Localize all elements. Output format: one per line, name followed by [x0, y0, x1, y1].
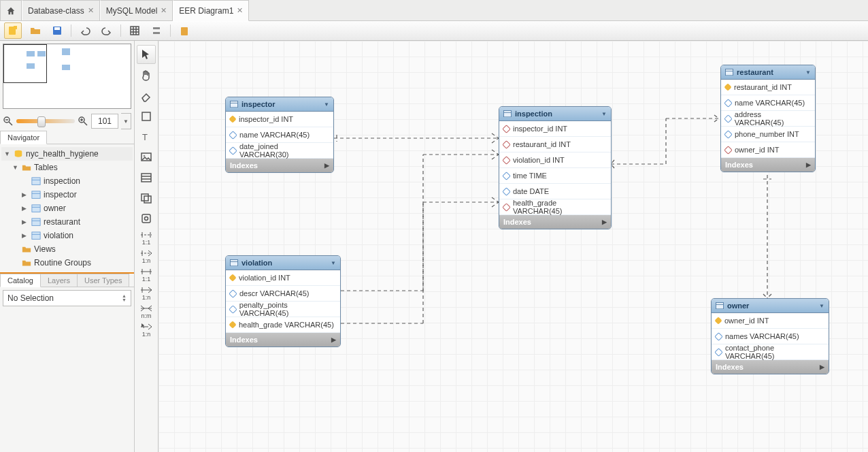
- rel-n-m-tool[interactable]: n:m: [140, 304, 152, 319]
- rel-1-1-nonid-tool[interactable]: 1:1: [140, 230, 152, 246]
- column-row[interactable]: restaurant_id INT: [721, 80, 815, 95]
- image-tool[interactable]: [137, 148, 155, 166]
- column-row[interactable]: inspector_id INT: [226, 112, 333, 127]
- column-row[interactable]: contact_phone VARCHAR(45): [712, 344, 829, 360]
- expand-icon[interactable]: ▶: [22, 191, 29, 198]
- views-folder[interactable]: ▶ Views: [1, 242, 133, 256]
- export-button[interactable]: [176, 23, 193, 38]
- save-button[interactable]: [49, 23, 65, 38]
- column-row[interactable]: inspector_id INT: [499, 121, 611, 137]
- expand-icon[interactable]: ▶: [22, 232, 29, 239]
- expand-icon[interactable]: ▼: [12, 164, 19, 171]
- column-row[interactable]: health_grade VARCHAR(45): [499, 199, 611, 215]
- chevron-down-icon[interactable]: ▼: [819, 303, 824, 309]
- selection-combo[interactable]: No Selection ▲▼: [3, 290, 131, 306]
- entity-inspection[interactable]: inspection ▼ inspector_id INT restaurant…: [499, 106, 612, 229]
- tables-folder[interactable]: ▼ Tables: [1, 161, 133, 174]
- column-row[interactable]: name VARCHAR(45): [721, 95, 815, 111]
- undo-button[interactable]: [77, 23, 93, 38]
- chevron-down-icon[interactable]: ▼: [805, 69, 811, 76]
- navigator-tab[interactable]: Navigator: [0, 131, 47, 144]
- rel-1-n-nonid-tool[interactable]: 1:n: [140, 248, 152, 264]
- rel-1-n-id-tool[interactable]: 1:n: [140, 285, 152, 301]
- new-view-tool[interactable]: [137, 189, 155, 207]
- routines-folder[interactable]: ▶ Routine Groups: [1, 256, 133, 270]
- home-icon: [6, 6, 16, 16]
- column-row[interactable]: phone_number INT: [721, 127, 815, 142]
- column-row[interactable]: penalty_points VARCHAR(45): [226, 302, 340, 317]
- zoom-out-icon[interactable]: [3, 116, 14, 127]
- minimap[interactable]: [3, 44, 131, 109]
- hand-tool[interactable]: [137, 67, 155, 84]
- indexes-section[interactable]: Indexes▶: [712, 360, 829, 374]
- indexes-section[interactable]: Indexes▶: [499, 215, 611, 229]
- svg-rect-6: [181, 27, 188, 35]
- schema-node[interactable]: ▼ nyc_health_hygiene: [1, 147, 133, 161]
- column-row[interactable]: time TIME: [499, 168, 611, 184]
- close-icon[interactable]: ✕: [161, 6, 167, 15]
- tab-model[interactable]: MySQL Model ✕: [100, 0, 173, 20]
- diagram-canvas[interactable]: inspector ▼ inspector_id INT name VARCHA…: [158, 41, 868, 452]
- table-node-owner[interactable]: ▶ owner: [1, 201, 133, 215]
- chevron-down-icon[interactable]: ▼: [324, 101, 329, 108]
- close-icon[interactable]: ✕: [88, 6, 94, 15]
- zoom-value[interactable]: 101: [91, 114, 118, 129]
- zoom-slider-thumb[interactable]: [37, 116, 46, 127]
- grid-toggle-button[interactable]: [127, 23, 143, 38]
- text-tool[interactable]: T: [137, 128, 155, 146]
- user-types-tab[interactable]: User Types: [77, 274, 129, 287]
- column-row[interactable]: violation_id INT: [226, 270, 340, 286]
- zoom-in-icon[interactable]: [78, 116, 88, 127]
- redo-button[interactable]: [99, 23, 115, 38]
- close-icon[interactable]: ✕: [237, 6, 243, 15]
- expand-icon[interactable]: ▼: [4, 150, 11, 157]
- chevron-down-icon[interactable]: ▼: [601, 111, 607, 117]
- table-node-restaurant[interactable]: ▶ restaurant: [1, 215, 133, 229]
- column-row[interactable]: descr VARCHAR(45): [226, 286, 340, 302]
- pointer-tool[interactable]: [137, 45, 156, 64]
- indexes-section[interactable]: Indexes▶: [226, 333, 340, 346]
- entity-inspector[interactable]: inspector ▼ inspector_id INT name VARCHA…: [225, 97, 334, 173]
- table-node-inspection[interactable]: ▶ inspection: [1, 174, 133, 188]
- table-node-violation[interactable]: ▶ violation: [1, 229, 133, 242]
- routine-group-tool[interactable]: [137, 210, 155, 227]
- entity-violation[interactable]: violation ▼ violation_id INT descr VARCH…: [225, 255, 341, 347]
- rel-1-1-id-tool[interactable]: 1:1: [140, 267, 152, 282]
- column-row[interactable]: restaurant_id INT: [499, 137, 611, 152]
- indexes-section[interactable]: Indexes▶: [721, 158, 815, 172]
- column-row[interactable]: owner_id INT: [712, 313, 829, 329]
- align-button[interactable]: [148, 23, 165, 38]
- eraser-tool[interactable]: [137, 87, 155, 105]
- column-row[interactable]: name VARCHAR(45): [226, 127, 333, 143]
- svg-line-8: [9, 122, 12, 125]
- save-icon: [52, 25, 63, 36]
- tab-bar: Database-class ✕ MySQL Model ✕ EER Diagr…: [0, 0, 868, 21]
- layer-tool[interactable]: [137, 108, 155, 125]
- expand-icon[interactable]: ▶: [22, 219, 29, 225]
- open-button[interactable]: [27, 23, 44, 38]
- column-row[interactable]: owner_id INT: [721, 142, 815, 158]
- indexes-section[interactable]: Indexes▶: [226, 159, 333, 172]
- column-row[interactable]: health_grade VARCHAR(45): [226, 317, 340, 333]
- svg-rect-5: [153, 32, 160, 34]
- new-table-tool[interactable]: [137, 169, 155, 187]
- tab-eer-diagram[interactable]: EER Diagram1 ✕: [173, 0, 249, 21]
- tab-database[interactable]: Database-class ✕: [22, 0, 100, 20]
- expand-icon[interactable]: ▶: [22, 205, 29, 212]
- entity-owner[interactable]: owner ▼ owner_id INT names VARCHAR(45) c…: [711, 298, 829, 374]
- column-row[interactable]: date_joined VARCHAR(30): [226, 143, 333, 159]
- rel-1-n-pick-tool[interactable]: 1:n: [140, 322, 152, 338]
- column-row[interactable]: address VARCHAR(45): [721, 111, 815, 127]
- zoom-dropdown[interactable]: ▼: [121, 113, 131, 129]
- catalog-tab[interactable]: Catalog: [0, 274, 41, 287]
- zoom-slider[interactable]: [16, 119, 75, 123]
- column-row[interactable]: violation_id INT: [499, 152, 611, 168]
- layers-tab[interactable]: Layers: [40, 274, 78, 287]
- column-row[interactable]: date DATE: [499, 184, 611, 199]
- new-document-button[interactable]: [4, 22, 22, 39]
- home-tab[interactable]: [0, 0, 22, 20]
- entity-restaurant[interactable]: restaurant ▼ restaurant_id INT name VARC…: [720, 65, 816, 172]
- table-node-inspector[interactable]: ▶ inspector: [1, 188, 133, 201]
- chevron-down-icon[interactable]: ▼: [331, 260, 336, 266]
- column-row[interactable]: names VARCHAR(45): [712, 329, 829, 344]
